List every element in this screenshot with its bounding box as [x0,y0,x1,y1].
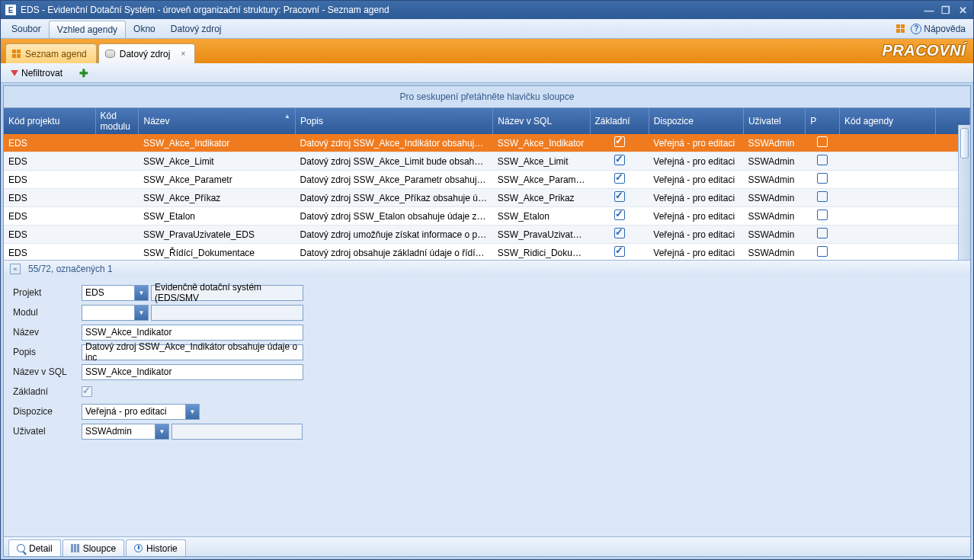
checkbox-icon[interactable] [614,210,625,220]
maximize-button[interactable]: ❐ [940,5,952,15]
col-header-zakladni[interactable]: Základní [590,108,649,134]
bottom-tab-detail[interactable]: Detail [8,539,61,556]
bottom-tab-historie[interactable]: Historie [126,539,186,556]
checkbox-icon[interactable] [817,155,828,165]
table-row[interactable]: EDSSSW_Řídící_DokumentaceDatový zdroj ob… [4,244,970,261]
col-header-kodModulu[interactable]: Kód modulu [95,108,139,134]
checkbox-icon[interactable] [817,136,828,147]
cell-kodProjektu: EDS [4,152,95,171]
help-icon: ? [911,24,921,34]
cell-popis: Datový zdroj SSW_Etalon obsahuje údaje z… [295,207,492,226]
cell-dispozice: Veřejná - pro editaci [649,171,743,189]
help-link[interactable]: ? Nápověda [911,24,966,34]
label-popis: Popis [13,347,82,357]
cell-kodModulu [95,244,139,261]
detail-tabstrip: DetailSloupceHistorie [4,536,970,556]
col-header-popis[interactable]: Popis [295,108,492,134]
bottom-tab-sloupce[interactable]: Sloupce [62,539,124,556]
col-header-kodAgendy[interactable]: Kód agendy [840,108,936,134]
filter-toolbar: Nefiltrovat ✚ [1,63,973,83]
cell-kodProjektu: EDS [4,189,95,207]
plus-icon: ✚ [79,69,88,78]
popis-input[interactable]: Datový zdroj SSW_Akce_Indikátor obsahuje… [82,344,303,360]
cell-popis: Datový zdroj obsahuje základní údaje o ř… [295,244,492,261]
col-header-uzivatel[interactable]: Uživatel [743,108,805,134]
nav-first-icon[interactable]: « [10,264,21,274]
cell-zakladni [590,134,649,152]
dropdown-icon[interactable]: ▼ [134,286,148,300]
menu-vzhled-agendy[interactable]: Vzhled agendy [49,21,126,38]
cell-nazevSql: SSW_PravaUzivatel… [493,226,590,244]
nofilter-button[interactable]: Nefiltrovat [4,65,69,82]
zakladni-checkbox[interactable] [82,386,92,397]
cell-nazevSql: SSW_Akce_Indikator [493,134,590,152]
nazevsql-input[interactable]: SSW_Akce_Indikator [82,364,303,380]
nofilter-label: Nefiltrovat [21,68,62,78]
table-row[interactable]: EDSSSW_Akce_LimitDatový zdroj SSW_Akce_L… [4,152,970,171]
checkbox-icon[interactable] [614,173,625,184]
checkbox-icon[interactable] [817,173,828,184]
projekt-combo[interactable]: EDS ▼ [82,285,149,301]
cell-popis: Datový zdroj umožňuje získat informace o… [295,226,492,244]
checkbox-icon[interactable] [817,246,828,257]
col-header-nazev[interactable]: Název [139,108,295,134]
checkbox-icon[interactable] [817,210,828,220]
cell-p [806,152,840,171]
cell-nazevSql: SSW_Akce_Limit [493,152,590,171]
add-button[interactable]: ✚ [72,65,95,82]
menu-okno[interactable]: Okno [126,19,163,38]
dropdown-icon[interactable]: ▼ [155,424,168,439]
scrollbar-thumb[interactable] [960,128,969,158]
checkbox-icon[interactable] [817,191,828,202]
table-row[interactable]: EDSSSW_Akce_IndikatorDatový zdroj SSW_Ak… [4,134,970,152]
close-button[interactable]: ✕ [956,5,969,15]
data-grid: Kód projektuKód moduluNázevPopisNázev v … [4,108,970,260]
group-hint: Pro seskupení přetáhněte hlavičku sloupc… [4,86,970,107]
checkbox-icon[interactable] [817,228,828,238]
label-modul: Modul [13,307,82,318]
cell-dispozice: Veřejná - pro editaci [649,152,743,171]
table-row[interactable]: EDSSSW_EtalonDatový zdroj SSW_Etalon obs… [4,207,970,226]
col-header-kodProjektu[interactable]: Kód projektu [4,108,95,134]
layout-icon[interactable] [896,24,905,33]
bottom-tab-label: Detail [29,543,53,554]
cell-p [806,189,840,207]
uzivatel-combo[interactable]: SSWAdmin ▼ [82,424,169,440]
tab-label: Datový zdroj [120,49,171,59]
checkbox-icon[interactable] [614,246,625,257]
checkbox-icon[interactable] [614,228,625,238]
dispozice-combo[interactable]: Veřejná - pro editaci ▼ [82,404,200,420]
cell-kodModulu [95,134,139,152]
tab-datový-zdroj[interactable]: Datový zdroj× [98,43,196,63]
cell-kodModulu [95,171,139,189]
app-icon: E [5,5,16,15]
dropdown-icon[interactable]: ▼ [134,306,148,320]
cell-p [806,207,840,226]
checkbox-icon[interactable] [614,136,625,147]
col-header-p[interactable]: P [806,108,840,134]
checkbox-icon[interactable] [614,155,625,165]
table-row[interactable]: EDSSSW_Akce_ParametrDatový zdroj SSW_Akc… [4,171,970,189]
bottom-tab-label: Historie [146,543,178,554]
dropdown-icon[interactable]: ▼ [185,405,199,419]
table-row[interactable]: EDSSSW_PravaUzivatele_EDSDatový zdroj um… [4,226,970,244]
nazev-input[interactable]: SSW_Akce_Indikator [82,325,303,341]
tab-seznam-agend[interactable]: Seznam agend [5,43,97,63]
minimize-button[interactable]: — [923,5,935,15]
cell-popis: Datový zdroj SSW_Akce_Limit bude obsahov… [295,152,492,171]
cell-uzivatel: SSWAdmin [743,189,805,207]
checkbox-icon[interactable] [614,191,625,202]
table-row[interactable]: EDSSSW_Akce_PříkazDatový zdroj SSW_Akce_… [4,189,970,207]
cell-uzivatel: SSWAdmin [743,244,805,261]
cell-zakladni [590,171,649,189]
grid-vertical-scrollbar[interactable] [958,125,970,260]
menu-datový-zdroj[interactable]: Datový zdroj [163,19,229,38]
cell-kodAgendy [840,152,936,171]
database-icon [105,50,115,58]
menu-soubor[interactable]: Soubor [4,19,49,38]
col-header-dispozice[interactable]: Dispozice [649,108,743,134]
cell-kodAgendy [840,171,936,189]
col-header-nazevSql[interactable]: Název v SQL [493,108,590,134]
modul-combo[interactable]: ▼ [82,305,149,321]
tab-close-icon[interactable]: × [181,50,185,58]
